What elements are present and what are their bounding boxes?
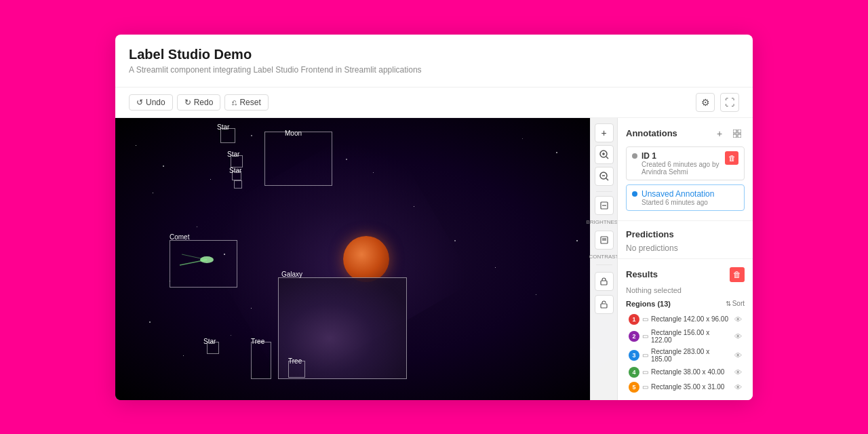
annotation-id-1: ID 1: [642, 151, 721, 161]
delete-results-button[interactable]: 🗑: [730, 267, 745, 282]
zoom-out-button[interactable]: [595, 167, 614, 186]
annotations-section: Annotations +: [618, 118, 753, 221]
results-section: Results 🗑 Nothing selected Regions (13) …: [618, 259, 753, 400]
contrast-icon: [599, 235, 609, 245]
image-container[interactable]: Moon Star Star Star Comet: [115, 118, 617, 400]
app-window: Label Studio Demo A Streamlit component …: [115, 35, 753, 400]
moon-label: Moon: [285, 130, 302, 137]
sort-button[interactable]: ⇅ Sort: [726, 300, 745, 307]
reset-button[interactable]: ⎌ Reset: [224, 94, 268, 111]
predictions-title: Predictions: [626, 229, 745, 239]
region-shape-icon: ▭: [642, 368, 648, 376]
redo-icon: ↻: [184, 98, 191, 107]
main-content: Moon Star Star Star Comet: [115, 118, 753, 400]
app-subtitle: A Streamlit component integrating Label …: [129, 65, 739, 75]
zoom-divider-2: [596, 264, 612, 265]
zoom-controls: +: [590, 118, 617, 400]
svg-rect-19: [733, 134, 736, 138]
eye-icon[interactable]: 👁: [734, 383, 742, 391]
svg-rect-17: [733, 130, 736, 133]
undo-button[interactable]: ↺ Undo: [129, 94, 173, 111]
annotation-dot-unsaved: [632, 191, 637, 197]
annotations-title: Annotations: [626, 128, 677, 138]
grid-icon: [733, 130, 741, 138]
region-item[interactable]: 1 ▭ Rectangle 142.00 x 96.00 👁: [626, 312, 745, 327]
svg-rect-20: [738, 134, 741, 138]
region-shape-icon: ▭: [642, 315, 648, 323]
region-text: Rectangle 283.00 x 185.00: [651, 348, 732, 363]
eye-icon[interactable]: 👁: [734, 368, 742, 376]
annotation-info-unsaved: Unsaved Annotation Started 6 minutes ago: [642, 189, 738, 206]
sort-icon: ⇅: [726, 300, 731, 307]
app-header: Label Studio Demo A Streamlit component …: [115, 35, 753, 87]
region-num: 4: [629, 367, 639, 378]
right-panel: Annotations +: [617, 118, 753, 400]
annotation-item-1[interactable]: ID 1 Created 6 minutes ago by Arvindra S…: [626, 146, 745, 180]
nothing-selected: Nothing selected: [626, 286, 745, 294]
zoom-zoom-in-button[interactable]: [595, 145, 614, 164]
unlock-icon: [599, 300, 608, 309]
predictions-section: Predictions No predictions: [618, 221, 753, 259]
brightness-icon: [599, 201, 609, 210]
delete-annotation-1-button[interactable]: 🗑: [725, 151, 738, 165]
star-bbox-1: [220, 128, 235, 143]
trash-icon: 🗑: [728, 154, 736, 162]
contrast-button[interactable]: [595, 231, 614, 250]
settings-button[interactable]: ⚙: [696, 93, 715, 112]
magnify-minus-icon: [599, 172, 609, 181]
region-text: Rectangle 156.00 x 122.00: [651, 329, 732, 344]
annotations-header: Annotations +: [626, 126, 745, 141]
region-num: 5: [629, 382, 639, 393]
grid-view-button[interactable]: [730, 126, 745, 141]
zoom-in-button[interactable]: +: [595, 123, 614, 142]
unlock-button[interactable]: [595, 295, 614, 314]
unsaved-label: Unsaved Annotation: [642, 189, 738, 199]
region-text: Rectangle 35.00 x 31.00: [651, 383, 732, 391]
comet-shape: [176, 250, 217, 269]
region-item[interactable]: 2 ▭ Rectangle 156.00 x 122.00 👁: [626, 327, 745, 346]
brightness-button[interactable]: [595, 196, 614, 215]
redo-button[interactable]: ↻ Redo: [177, 94, 221, 111]
toolbar: ↺ Undo ↻ Redo ⎌ Reset ⚙ ⛶: [115, 87, 753, 118]
region-list: 1 ▭ Rectangle 142.00 x 96.00 👁 2 ▭ Recta…: [626, 312, 745, 395]
zoom-divider: [596, 191, 612, 192]
eye-icon[interactable]: 👁: [734, 315, 742, 323]
app-title: Label Studio Demo: [129, 47, 739, 62]
region-num: 1: [629, 314, 639, 325]
lock-button[interactable]: [595, 272, 614, 291]
annotations-actions: +: [712, 126, 745, 141]
region-shape-icon: ▭: [642, 383, 648, 391]
regions-count-label: Regions (13): [626, 300, 671, 308]
annotation-meta-1: Created 6 minutes ago by Arvindra Sehmi: [642, 161, 721, 176]
star-bbox-5: [207, 342, 219, 354]
magnify-plus-icon: [599, 150, 609, 159]
region-item[interactable]: 5 ▭ Rectangle 35.00 x 31.00 👁: [626, 380, 745, 395]
expand-icon: ⛶: [725, 97, 734, 108]
star-bbox-4: [234, 180, 242, 189]
region-item[interactable]: 4 ▭ Rectangle 38.00 x 40.00 👁: [626, 365, 745, 380]
region-text: Rectangle 38.00 x 40.00: [651, 368, 732, 376]
fullscreen-button[interactable]: ⛶: [720, 93, 739, 112]
moon-bbox: [264, 132, 332, 186]
gear-icon: ⚙: [701, 97, 710, 108]
regions-header: Regions (13) ⇅ Sort: [626, 300, 745, 308]
eye-icon[interactable]: 👁: [734, 351, 742, 359]
annotation-dot-1: [632, 153, 637, 159]
region-num: 3: [629, 350, 639, 361]
tree-bbox-2: [288, 361, 305, 378]
annotation-info-1: ID 1 Created 6 minutes ago by Arvindra S…: [642, 151, 721, 176]
region-num: 2: [629, 331, 639, 342]
add-annotation-button[interactable]: +: [712, 126, 727, 141]
results-title: Results: [626, 269, 658, 279]
tree-bbox-1: [251, 342, 271, 379]
region-shape-icon: ▭: [642, 351, 648, 359]
eye-icon[interactable]: 👁: [734, 332, 742, 340]
undo-icon: ↺: [136, 98, 143, 107]
annotation-item-unsaved[interactable]: Unsaved Annotation Started 6 minutes ago: [626, 184, 745, 211]
svg-line-6: [606, 157, 608, 159]
contrast-label: CONTRAST: [589, 254, 618, 260]
region-item[interactable]: 3 ▭ Rectangle 283.00 x 185.00 👁: [626, 346, 745, 365]
svg-line-9: [606, 178, 608, 180]
canvas-area: Moon Star Star Star Comet: [115, 118, 617, 400]
lock-icon: [599, 277, 608, 285]
